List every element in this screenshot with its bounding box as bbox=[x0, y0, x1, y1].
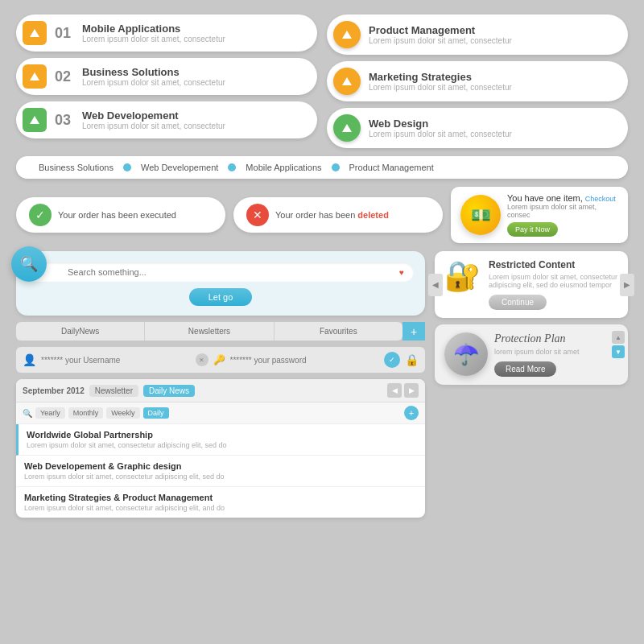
arrow-icon-1 bbox=[23, 21, 47, 45]
slide-left-arrow[interactable]: ◀ bbox=[428, 274, 443, 296]
list-item-2[interactable]: 02 Business Solutions Lorem ipsum dolor … bbox=[16, 58, 317, 95]
circle-icon-3 bbox=[333, 114, 361, 142]
search-input[interactable] bbox=[68, 267, 399, 277]
left-panel: 🔍 ♥ Let go DailyNews Newsletters Favouri… bbox=[16, 251, 425, 518]
slide-right-arrow[interactable]: ▶ bbox=[620, 274, 634, 296]
deleted-text: Your order has been deleted bbox=[275, 210, 389, 220]
right-item-1[interactable]: Product Management Lorem ipsum dolor sit… bbox=[327, 14, 628, 55]
tab-web-developement[interactable]: Web Developement bbox=[131, 163, 228, 172]
checkout-card: 💵 You have one item, Checkout Lorem ipsu… bbox=[451, 187, 628, 243]
continue-button[interactable]: Continue bbox=[489, 295, 547, 310]
confirm-login-icon[interactable]: ✓ bbox=[384, 352, 400, 368]
checkout-link[interactable]: Checkout bbox=[585, 195, 616, 203]
filter-add-button[interactable]: + bbox=[404, 406, 419, 420]
news-tab-daily[interactable]: Daily News bbox=[143, 385, 195, 397]
sub-tab-dailynews[interactable]: DailyNews bbox=[16, 322, 145, 341]
restricted-sub: Lorem ipsum dolor sit amet, consectetur … bbox=[489, 273, 618, 289]
deleted-notification: ✕ Your order has been deleted bbox=[233, 197, 443, 233]
list-item-1[interactable]: 01 Mobile Applications Lorem ipsum dolor… bbox=[16, 14, 317, 52]
news-item-3[interactable]: Marketing Strategies & Product Managemen… bbox=[16, 487, 425, 518]
search-section: 🔍 ♥ Let go bbox=[16, 251, 425, 316]
filter-yearly[interactable]: Yearly bbox=[35, 407, 65, 419]
list-title-2: Business Solutions bbox=[82, 66, 306, 78]
list-sub-1: Lorem ipsum dolor sit amet, consectetur bbox=[82, 35, 306, 43]
right-title-3: Web Design bbox=[369, 118, 617, 130]
search-bubble-icon: 🔍 bbox=[11, 246, 47, 282]
sub-tabs: DailyNews Newsletters Favourites bbox=[16, 322, 402, 341]
tab-business-solutions[interactable]: Business Solutions bbox=[29, 163, 123, 172]
sub-tabs-row: DailyNews Newsletters Favourites + bbox=[16, 322, 425, 341]
x-circle-icon: ✕ bbox=[246, 204, 269, 226]
right-item-2[interactable]: Marketing Strategies Lorem ipsum dolor s… bbox=[327, 61, 628, 101]
news-next-button[interactable]: ▶ bbox=[404, 383, 419, 398]
tab-dot-1 bbox=[123, 163, 131, 171]
key-icon: 🔑 bbox=[213, 354, 225, 365]
executed-text: Your order has been executed bbox=[58, 210, 176, 220]
news-tab-newsletter[interactable]: Newsletter bbox=[89, 385, 138, 397]
checkout-title: You have one item, bbox=[507, 193, 585, 203]
news-item-2-sub: Lorem ipsum dolor sit amet, consectetur … bbox=[24, 473, 417, 481]
checkout-sub: Lorem ipsum dolor sit amet, consec bbox=[507, 203, 618, 219]
sub-tab-add-button[interactable]: + bbox=[402, 322, 425, 341]
news-item-3-title: Marketing Strategies & Product Managemen… bbox=[24, 493, 417, 502]
news-search-icon: 🔍 bbox=[23, 409, 32, 418]
filter-weekly[interactable]: Weekly bbox=[106, 407, 139, 419]
news-item-2-title: Web Developement & Graphic design bbox=[24, 461, 417, 471]
right-title-2: Marketing Strategies bbox=[369, 71, 617, 83]
protection-title: Protection Plan bbox=[494, 332, 618, 345]
news-date: September 2012 bbox=[23, 386, 85, 395]
news-item-1-sub: Lorem ipsum dolor sit amet, consectetur … bbox=[27, 441, 417, 449]
news-widget: September 2012 Newsletter Daily News ◀ ▶… bbox=[16, 379, 425, 518]
scroll-up-arrow[interactable]: ▲ bbox=[612, 331, 625, 344]
letgo-button[interactable]: Let go bbox=[189, 288, 253, 306]
arrow-icon-3 bbox=[23, 108, 47, 132]
heart-icon: ♥ bbox=[399, 268, 404, 277]
read-more-button[interactable]: Read More bbox=[494, 361, 556, 377]
circle-icon-2 bbox=[333, 68, 361, 95]
news-item-1[interactable]: Worldwide Global Partnership Lorem ipsum… bbox=[16, 424, 425, 456]
notification-row: ✓ Your order has been executed ✕ Your or… bbox=[16, 187, 628, 243]
lock-icon: 🔒 bbox=[405, 353, 419, 366]
right-item-3[interactable]: Web Design Lorem ipsum dolor sit amet, c… bbox=[327, 108, 628, 148]
news-item-3-sub: Lorem ipsum dolor sit amet, consectetur … bbox=[24, 504, 417, 512]
list-title-1: Mobile Applications bbox=[82, 23, 306, 35]
restricted-card: ◀ 🔐 Restricted Content Lorem ipsum dolor… bbox=[435, 251, 628, 318]
news-item-2[interactable]: Web Developement & Graphic design Lorem … bbox=[16, 456, 425, 487]
list-num-2: 02 bbox=[55, 68, 74, 85]
lock-big-icon: 🔐 bbox=[444, 259, 481, 293]
list-item-3[interactable]: 03 Web Developement Lorem ipsum dolor si… bbox=[16, 101, 317, 138]
arrow-icon-2 bbox=[23, 64, 47, 89]
tab-mobile-applications[interactable]: Mobile Applications bbox=[236, 163, 331, 172]
deleted-word: deleted bbox=[357, 210, 389, 220]
clear-username-icon[interactable]: ✕ bbox=[196, 353, 208, 366]
news-prev-button[interactable]: ◀ bbox=[387, 383, 402, 398]
sub-tab-newsletters[interactable]: Newsletters bbox=[145, 322, 274, 341]
right-sub-3: Lorem ipsum dolor sit amet, consectetur bbox=[369, 130, 617, 138]
tab-product-management[interactable]: Product Management bbox=[340, 163, 444, 172]
executed-notification: ✓ Your order has been executed bbox=[16, 197, 225, 233]
username-input[interactable] bbox=[41, 356, 191, 365]
list-sub-2: Lorem ipsum dolor sit amet, consectetur bbox=[82, 78, 306, 87]
umbrella-icon: ☂️ bbox=[444, 332, 488, 376]
right-panel: ◀ 🔐 Restricted Content Lorem ipsum dolor… bbox=[435, 251, 628, 518]
user-icon: 👤 bbox=[23, 353, 36, 366]
protection-card: ☂️ Protection Plan lorem ipsum dolor sit… bbox=[435, 324, 628, 385]
filter-daily[interactable]: Daily bbox=[143, 407, 169, 419]
scroll-down-arrow[interactable]: ▼ bbox=[612, 345, 625, 358]
list-title-3: Web Developement bbox=[82, 109, 306, 122]
right-list: Product Management Lorem ipsum dolor sit… bbox=[327, 14, 628, 148]
right-sub-1: Lorem ipsum dolor sit amet, consectetur bbox=[369, 36, 617, 45]
filter-monthly[interactable]: Monthly bbox=[68, 407, 104, 419]
news-item-1-title: Worldwide Global Partnership bbox=[27, 430, 417, 440]
pay-now-button[interactable]: Pay it Now bbox=[507, 222, 558, 237]
sub-tab-favourites[interactable]: Favourites bbox=[275, 322, 402, 341]
circle-icon-1 bbox=[333, 21, 361, 48]
tab-bar: Business Solutions Web Developement Mobi… bbox=[16, 156, 628, 179]
right-title-1: Product Management bbox=[369, 24, 617, 36]
restricted-title: Restricted Content bbox=[489, 259, 618, 270]
tab-dot-2 bbox=[228, 163, 236, 171]
tab-dot-3 bbox=[332, 163, 340, 171]
list-sub-3: Lorem ipsum dolor sit amet, consectetur bbox=[82, 122, 306, 130]
password-input[interactable] bbox=[230, 356, 380, 365]
list-num-3: 03 bbox=[55, 112, 74, 129]
